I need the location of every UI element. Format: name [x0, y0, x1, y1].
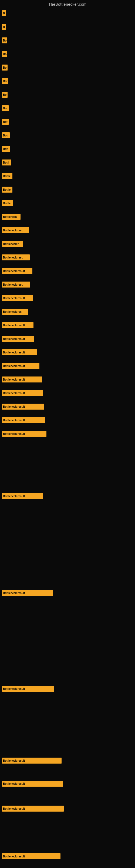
- bar-row: Bottleneck result: [2, 268, 32, 274]
- bar-row: Bottle: [2, 187, 12, 193]
- bars-wrapper: BBBoBoBoBotBoBotBotBottBottBottlBottleBo…: [0, 8, 135, 865]
- bar-row: Bottleneck result: [2, 417, 45, 423]
- bar-row: Bot: [2, 105, 9, 111]
- bar-row: Bottle: [2, 173, 12, 179]
- bar-row: Bottleneck resu: [2, 254, 30, 260]
- bar-row: Bottleneck result: [2, 806, 64, 812]
- bar: Bottleneck resu: [2, 254, 30, 260]
- bar-row: B: [2, 24, 6, 30]
- bar: Bot: [2, 78, 8, 84]
- bar-row: Bottleneck result: [2, 757, 61, 764]
- bar: Bottleneck: [2, 214, 20, 220]
- bar: Bottleneck result: [2, 854, 60, 859]
- bar: Bottleneck result: [2, 781, 63, 786]
- bar-row: Bottleneck result: [2, 376, 42, 382]
- bar-row: Bottleneck result: [2, 322, 34, 328]
- bar: Bo: [2, 51, 7, 57]
- bar: Bo: [2, 65, 8, 70]
- bar: Bo: [2, 37, 7, 43]
- bar-row: Bottleneck result: [2, 363, 39, 369]
- bar-row: Bottleneck resu: [2, 227, 29, 233]
- bar: Bottl: [2, 159, 11, 165]
- bar-row: Bottleneck result: [2, 431, 46, 437]
- bar: Bottleneck result: [2, 322, 34, 328]
- bar: Bottleneck result: [2, 806, 64, 812]
- bar-row: Bottleneck result: [2, 390, 43, 396]
- bar-row: Bottleneck r: [2, 241, 23, 247]
- bar-row: Bo: [2, 51, 7, 57]
- bar: Bottleneck resu: [2, 227, 29, 233]
- bar: Bott: [2, 146, 10, 152]
- bar-row: Bottleneck result: [2, 854, 60, 859]
- bar: Bottleneck result: [2, 417, 45, 423]
- bar-row: Bottleneck result: [2, 781, 63, 786]
- bar-row: Bot: [2, 119, 9, 125]
- bar: Bottleneck r: [2, 241, 23, 247]
- bar-row: Bott: [2, 132, 10, 138]
- bar-row: B: [2, 10, 6, 16]
- bar-row: Bottle: [2, 200, 13, 206]
- bar: Bottle: [2, 187, 12, 193]
- bar: Bo: [2, 92, 8, 98]
- bar: Bot: [2, 105, 9, 111]
- bar: Bottle: [2, 200, 13, 206]
- bar-row: Bottleneck result: [2, 295, 33, 301]
- bar-row: Bottleneck result: [2, 493, 43, 499]
- bar: Bott: [2, 132, 10, 138]
- site-title: TheBottlenecker.com: [0, 0, 135, 8]
- bar: Bottle: [2, 173, 12, 179]
- bar-row: Bottleneck resu: [2, 282, 30, 287]
- bar: Bottleneck result: [2, 493, 43, 499]
- bar-row: Bottl: [2, 159, 11, 165]
- bar: Bottleneck result: [2, 590, 53, 596]
- bar-row: Bottleneck: [2, 214, 20, 220]
- bar: B: [2, 24, 6, 30]
- bar: Bottleneck result: [2, 686, 54, 692]
- bar-row: Bottleneck result: [2, 404, 44, 410]
- bar: Bottleneck result: [2, 376, 42, 382]
- bar: Bottleneck result: [2, 268, 32, 274]
- bar-row: Bo: [2, 65, 8, 70]
- bar-row: Bottleneck res: [2, 309, 28, 315]
- bar-row: Bottleneck result: [2, 336, 34, 342]
- bar: Bottleneck res: [2, 309, 28, 315]
- bar-row: Bo: [2, 92, 8, 98]
- bar: Bottleneck result: [2, 431, 46, 437]
- bar: Bottleneck result: [2, 295, 33, 301]
- bar-row: Bottleneck result: [2, 349, 37, 355]
- bar: Bottleneck resu: [2, 282, 30, 287]
- bar: Bottleneck result: [2, 349, 37, 355]
- bar-row: Bottleneck result: [2, 686, 54, 692]
- bar: Bottleneck result: [2, 404, 44, 410]
- bar-row: Bottleneck result: [2, 590, 53, 596]
- bar: B: [2, 10, 6, 16]
- bar-row: Bott: [2, 146, 10, 152]
- bar: Bottleneck result: [2, 390, 43, 396]
- bar: Bot: [2, 119, 9, 125]
- bar: Bottleneck result: [2, 757, 61, 764]
- bar: Bottleneck result: [2, 363, 39, 369]
- bar-row: Bot: [2, 78, 8, 84]
- bar-row: Bo: [2, 37, 7, 43]
- bar: Bottleneck result: [2, 336, 34, 342]
